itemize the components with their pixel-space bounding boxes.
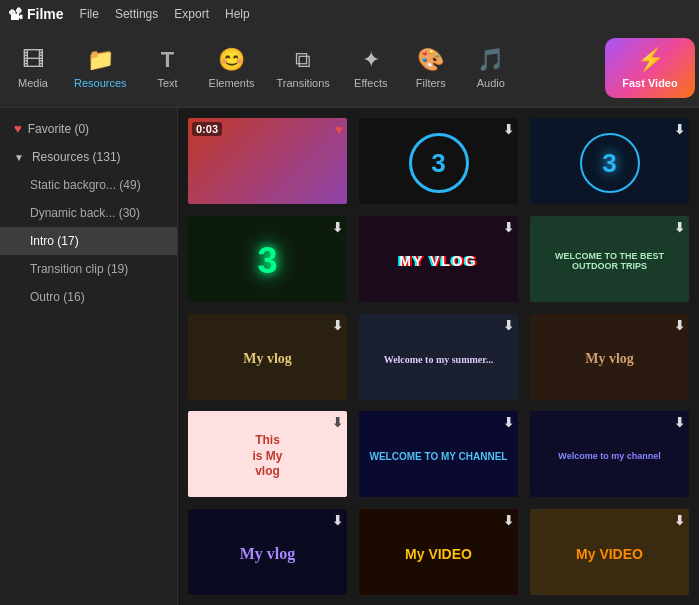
- effects-icon: ✦: [362, 47, 380, 73]
- tool-filters[interactable]: 🎨 Filters: [402, 33, 460, 103]
- tool-text[interactable]: T Text: [139, 33, 197, 103]
- thumb-classic: WELCOME TO THE BEST OUTDOOR TRIPS ⬇: [530, 216, 689, 304]
- tool-transitions-label: Transitions: [276, 77, 329, 89]
- thumb-film2: Welcome to my summer... ⬇: [359, 314, 518, 402]
- menu-settings[interactable]: Settings: [115, 7, 158, 21]
- menu-help[interactable]: Help: [225, 7, 250, 21]
- tool-audio-label: Audio: [477, 77, 505, 89]
- sidebar-transition-clip[interactable]: Transition clip (19): [0, 255, 177, 283]
- sidebar-favorite[interactable]: ♥ Favorite (0): [0, 114, 177, 143]
- thumb-film1: My vlog ⬇: [188, 314, 347, 402]
- tool-text-label: Text: [157, 77, 177, 89]
- sidebar-static-label: Static backgro... (49): [30, 178, 141, 192]
- timer-badge: 0:03: [192, 122, 222, 136]
- audio-icon: 🎵: [477, 47, 504, 73]
- gallery-item-film1[interactable]: My vlog ⬇ Film 1 (intro): [186, 312, 349, 402]
- app-name: Filme: [27, 6, 64, 22]
- tool-resources-label: Resources: [74, 77, 127, 89]
- app-logo-icon: 📽: [8, 6, 23, 23]
- thumb-chromatic: MY VLOG ⬇: [359, 216, 518, 304]
- transitions-icon: ⧉: [295, 47, 311, 73]
- arrow-down-icon: ▼: [14, 152, 24, 163]
- gallery-item-japanese[interactable]: Thisis Myvlog ⬇ Japanese (intro): [186, 409, 349, 499]
- elements-icon: 😊: [218, 47, 245, 73]
- thumb-technology: 3 ⬇: [530, 118, 689, 206]
- sidebar-outro-label: Outro (16): [30, 290, 85, 304]
- sidebar-resources[interactable]: ▼ Resources (131): [0, 143, 177, 171]
- thumb-vlog1: My vlog ⬇: [188, 509, 347, 597]
- resources-icon: 📁: [87, 47, 114, 73]
- thumb-myvideo: My VIDEO ⬇: [359, 509, 518, 597]
- download-icon-technology: ⬇: [674, 122, 685, 137]
- sidebar: ♥ Favorite (0) ▼ Resources (131) Static …: [0, 108, 178, 605]
- download-icon-myvideo: ⬇: [503, 513, 514, 528]
- gallery-item-particle[interactable]: Welcome to my channel ⬇ Particle (intro): [528, 409, 691, 499]
- tool-audio[interactable]: 🎵 Audio: [462, 33, 520, 103]
- thumb-particle: Welcome to my channel ⬇: [530, 411, 689, 499]
- download-icon-neon: ⬇: [332, 220, 343, 235]
- heart-icon: ♥: [14, 121, 22, 136]
- tool-filters-label: Filters: [416, 77, 446, 89]
- gallery-item-technology[interactable]: 3 ⬇ Technology (intro): [528, 116, 691, 206]
- sidebar-outro[interactable]: Outro (16): [0, 283, 177, 311]
- top-menu: 📽 Filme File Settings Export Help: [0, 0, 699, 28]
- gallery-item-chromatic[interactable]: MY VLOG ⬇ Chromatic (intro): [357, 214, 520, 304]
- download-icon-particle: ⬇: [674, 415, 685, 430]
- film2-text: Welcome to my summer...: [384, 351, 494, 367]
- download-icon-countdown: ⬇: [503, 122, 514, 137]
- gallery-item-film2[interactable]: Welcome to my summer... ⬇ Film 2 (intro): [357, 312, 520, 402]
- gallery-item-film3[interactable]: My vlog ⬇ Film 3 (intro): [528, 312, 691, 402]
- app-title: 📽 Filme: [8, 6, 64, 23]
- tech-circle: 3: [580, 133, 640, 193]
- sidebar-intro-label: Intro (17): [30, 234, 79, 248]
- menu-file[interactable]: File: [80, 7, 99, 21]
- toolbar: 🎞 Media 📁 Resources T Text 😊 Elements ⧉ …: [0, 28, 699, 108]
- download-icon-myvideo2: ⬇: [674, 513, 685, 528]
- tool-media[interactable]: 🎞 Media: [4, 33, 62, 103]
- news-text: WELCOME TO MY CHANNEL: [370, 451, 508, 462]
- thumb-countdown: 3 ⬇: [359, 118, 518, 206]
- gallery-item-colors[interactable]: 0:03 ♥ Colors (intro): [186, 116, 349, 206]
- gallery-item-classic[interactable]: WELCOME TO THE BEST OUTDOOR TRIPS ⬇ Clas…: [528, 214, 691, 304]
- sidebar-static-backgrounds[interactable]: Static backgro... (49): [0, 171, 177, 199]
- tool-transitions[interactable]: ⧉ Transitions: [266, 33, 339, 103]
- download-icon-japanese: ⬇: [332, 415, 343, 430]
- sidebar-favorite-label: Favorite (0): [28, 122, 89, 136]
- thumb-neon: 3 ⬇: [188, 216, 347, 304]
- download-icon-film3: ⬇: [674, 318, 685, 334]
- gallery-item-neon[interactable]: 3 ⬇ Neon (intro): [186, 214, 349, 304]
- sidebar-resources-label: Resources (131): [32, 150, 121, 164]
- thumb-film3: My vlog ⬇: [530, 314, 689, 402]
- gallery-item-countdown[interactable]: 3 ⬇ Countdown (intro): [357, 116, 520, 206]
- media-icon: 🎞: [22, 47, 44, 73]
- tool-media-label: Media: [18, 77, 48, 89]
- tool-elements-label: Elements: [209, 77, 255, 89]
- tool-effects-label: Effects: [354, 77, 387, 89]
- gallery-item-vlog1[interactable]: My vlog ⬇ My vlog (intro): [186, 507, 349, 597]
- tool-effects[interactable]: ✦ Effects: [342, 33, 400, 103]
- menu-export[interactable]: Export: [174, 7, 209, 21]
- colors-fav-icon: ♥: [335, 122, 343, 137]
- thumb-colors: 0:03 ♥: [188, 118, 347, 206]
- gallery: 0:03 ♥ Colors (intro) 3 ⬇ Countdown (int…: [178, 108, 699, 605]
- fast-video-label: Fast Video: [622, 77, 677, 89]
- thumb-myvideo2: My VIDEO ⬇: [530, 509, 689, 597]
- sidebar-dynamic-backgrounds[interactable]: Dynamic back... (30): [0, 199, 177, 227]
- gallery-item-news[interactable]: WELCOME TO MY CHANNEL ⬇ News (intro): [357, 409, 520, 499]
- thumb-news: WELCOME TO MY CHANNEL ⬇: [359, 411, 518, 499]
- thumb-japanese: Thisis Myvlog ⬇: [188, 411, 347, 499]
- countdown-circle: 3: [409, 133, 469, 193]
- tool-resources[interactable]: 📁 Resources: [64, 33, 137, 103]
- gallery-item-myvideo[interactable]: My VIDEO ⬇ My VIDEO (intro): [357, 507, 520, 597]
- sidebar-intro[interactable]: Intro (17): [0, 227, 177, 255]
- download-icon-vlog1: ⬇: [332, 513, 343, 529]
- text-icon: T: [161, 47, 174, 73]
- fast-video-button[interactable]: ⚡ Fast Video: [605, 38, 695, 98]
- download-icon-classic: ⬇: [674, 220, 685, 235]
- sidebar-dynamic-label: Dynamic back... (30): [30, 206, 140, 220]
- download-icon-film2: ⬇: [503, 318, 514, 334]
- sidebar-transition-label: Transition clip (19): [30, 262, 128, 276]
- classic-text: WELCOME TO THE BEST OUTDOOR TRIPS: [534, 251, 685, 271]
- gallery-item-myvideo2[interactable]: My VIDEO ⬇ My VIDEO (intro): [528, 507, 691, 597]
- tool-elements[interactable]: 😊 Elements: [199, 33, 265, 103]
